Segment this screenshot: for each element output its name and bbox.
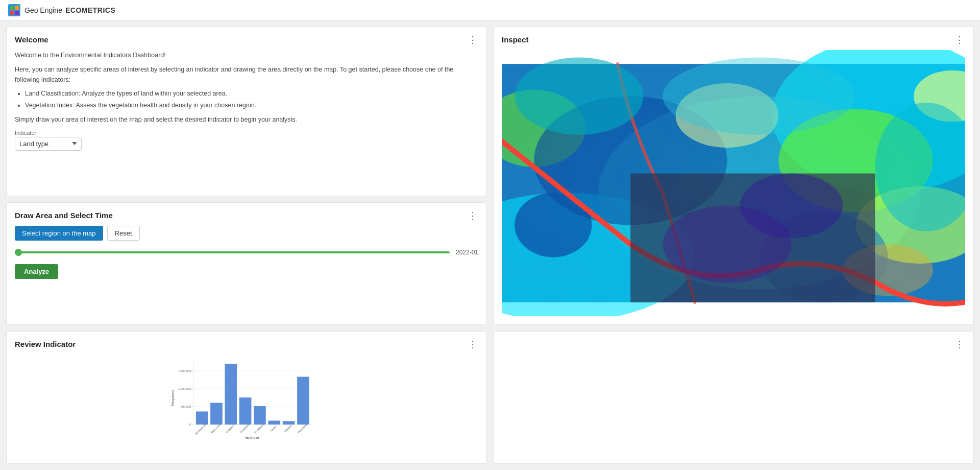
inspect-menu-button[interactable]: ⋮ xyxy=(953,34,966,45)
select-region-button[interactable]: Select region on the map xyxy=(15,226,103,241)
reset-button[interactable]: Reset xyxy=(107,226,140,241)
chart-area: Frequency 0 500,000 1,000,000 1,500,000 xyxy=(15,355,478,441)
welcome-footer: Simply draw your area of interest on the… xyxy=(15,114,478,125)
welcome-menu-button[interactable]: ⋮ xyxy=(466,34,479,45)
draw-controls: Select region on the map Reset xyxy=(15,226,478,241)
welcome-description: Here, you can analyze specific areas of … xyxy=(15,64,478,85)
list-item: Vegetation Index: Assess the vegetation … xyxy=(25,101,478,110)
analyze-button[interactable]: Analyze xyxy=(15,264,58,279)
draw-area-menu-button[interactable]: ⋮ xyxy=(466,210,479,221)
svg-text:land use: land use xyxy=(246,436,259,439)
app-logo-icon xyxy=(8,4,20,16)
svg-point-24 xyxy=(663,58,855,135)
indicator-select[interactable]: Land type Vegetation Index xyxy=(15,137,82,151)
svg-text:Frequency: Frequency xyxy=(171,390,175,406)
time-slider-row: 2022-01 xyxy=(15,249,478,256)
map-visualization xyxy=(502,50,965,316)
svg-text:500,000: 500,000 xyxy=(181,405,191,408)
inspect-panel: Inspect ⋮ xyxy=(493,27,974,325)
svg-text:Water: Water xyxy=(270,425,277,432)
app-subtitle: ECOMETRICS xyxy=(65,6,115,14)
svg-point-21 xyxy=(740,174,843,238)
svg-point-22 xyxy=(514,58,643,135)
app-header: Geo Engine ECOMETRICS xyxy=(0,0,980,20)
draw-area-panel: Draw Area and Select Time ⋮ Select regio… xyxy=(6,202,487,325)
app-title: Geo Engine xyxy=(24,6,62,14)
svg-rect-4 xyxy=(15,11,19,15)
svg-text:Woodland: Woodland xyxy=(297,423,308,434)
map-container[interactable] xyxy=(502,50,965,316)
bar-woodland xyxy=(297,377,309,425)
svg-rect-3 xyxy=(10,11,14,15)
svg-text:Bare Land: Bare Land xyxy=(210,423,220,434)
review-menu-button[interactable]: ⋮ xyxy=(466,339,479,350)
time-slider[interactable] xyxy=(15,251,450,253)
bar-shrubland xyxy=(254,406,266,425)
bottom-right-panel: ⋮ xyxy=(493,331,974,464)
bar-cropland xyxy=(225,364,237,425)
svg-rect-2 xyxy=(15,6,19,10)
welcome-list: Land Classification: Analyze the types o… xyxy=(25,89,478,110)
svg-text:0: 0 xyxy=(189,423,191,426)
welcome-panel-title: Welcome xyxy=(15,35,478,44)
review-panel: Review Indicator ⋮ Frequency 0 500,000 1… xyxy=(6,331,487,464)
review-panel-title: Review Indicator xyxy=(15,340,478,348)
bar-grassland xyxy=(239,397,252,425)
svg-rect-1 xyxy=(10,6,14,10)
main-layout: Welcome ⋮ Welcome to the Environmental I… xyxy=(0,20,980,470)
bar-wetland xyxy=(283,421,295,425)
list-item: Land Classification: Analyze the types o… xyxy=(25,89,478,99)
svg-text:1,500,000: 1,500,000 xyxy=(178,369,191,372)
welcome-panel: Welcome ⋮ Welcome to the Environmental I… xyxy=(6,27,487,196)
svg-text:1,000,000: 1,000,000 xyxy=(178,387,191,390)
svg-text:Grassland: Grassland xyxy=(239,423,250,434)
inspect-panel-title: Inspect xyxy=(502,35,965,44)
bar-bare-land xyxy=(210,403,223,425)
indicator-label: Indicator xyxy=(15,130,478,136)
svg-text:Wetland: Wetland xyxy=(283,424,292,433)
draw-area-panel-title: Draw Area and Select Time xyxy=(15,211,478,220)
bar-chart: Frequency 0 500,000 1,000,000 1,500,000 xyxy=(15,355,478,441)
time-label: 2022-01 xyxy=(456,249,478,256)
bar-water xyxy=(268,420,281,425)
svg-text:Cropland: Cropland xyxy=(225,424,235,433)
welcome-intro: Welcome to the Environmental Indicators … xyxy=(15,50,478,60)
svg-text:Shrubland: Shrubland xyxy=(254,423,264,434)
bottom-right-menu-button[interactable]: ⋮ xyxy=(953,339,966,350)
